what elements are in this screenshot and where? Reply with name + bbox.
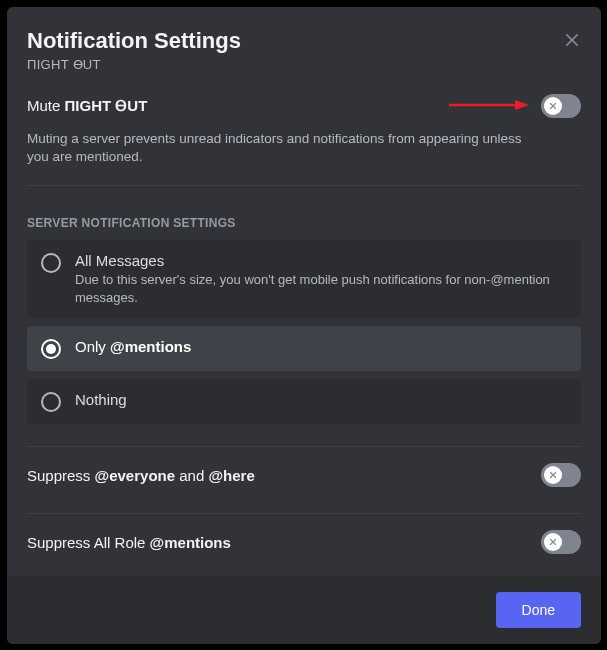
mute-toggle[interactable] — [541, 94, 581, 118]
suppress-everyone-toggle[interactable] — [541, 463, 581, 487]
radio-all-messages[interactable]: All Messages Due to this server's size, … — [27, 240, 581, 318]
radio-circle — [41, 339, 61, 359]
mute-label: Mute ПIGHT ӨUT — [27, 97, 147, 115]
radio-circle — [41, 253, 61, 273]
notification-level-radio-group: All Messages Due to this server's size, … — [27, 240, 581, 432]
mute-label-server: ПIGHT ӨUT — [65, 97, 148, 114]
done-button[interactable]: Done — [496, 592, 581, 628]
text: Only — [75, 338, 110, 355]
text: and — [175, 467, 208, 484]
toggle-knob — [544, 97, 562, 115]
toggle-off-icon — [547, 469, 559, 481]
radio-only-mentions[interactable]: Only @mentions — [27, 326, 581, 371]
radio-circle — [41, 392, 61, 412]
modal-content: Mute ПIGHT ӨUT Muting a server prevents … — [7, 84, 601, 577]
toggle-knob — [544, 533, 562, 551]
radio-only-label: Only @mentions — [75, 338, 567, 355]
radio-all-label: All Messages — [75, 252, 567, 269]
text: Suppress All Role — [27, 534, 150, 551]
mute-description: Muting a server prevents unread indicato… — [27, 130, 547, 168]
text-bold: @everyone — [95, 467, 176, 484]
radio-dot — [46, 344, 56, 354]
toggle-off-icon — [547, 536, 559, 548]
suppress-roles-label: Suppress All Role @mentions — [27, 534, 231, 551]
close-icon — [561, 29, 583, 51]
toggle-off-icon — [547, 100, 559, 112]
modal-header: Notification Settings ПIGHT ӨUT — [7, 7, 601, 84]
text-bold: @mentions — [110, 338, 191, 355]
suppress-everyone-label: Suppress @everyone and @here — [27, 467, 255, 484]
modal-subtitle: ПIGHT ӨUT — [27, 57, 581, 72]
text: Suppress — [27, 467, 95, 484]
mute-row: Mute ПIGHT ӨUT — [27, 84, 581, 126]
mute-label-prefix: Mute — [27, 97, 65, 114]
divider — [27, 185, 581, 186]
radio-nothing-label: Nothing — [75, 391, 567, 408]
text-bold: @mentions — [150, 534, 231, 551]
suppress-roles-row: Suppress All Role @mentions — [27, 514, 581, 568]
annotation-arrow-icon — [449, 98, 529, 112]
section-label: SERVER NOTIFICATION SETTINGS — [27, 216, 581, 230]
close-button[interactable] — [557, 25, 587, 55]
radio-all-desc: Due to this server's size, you won't get… — [75, 271, 567, 306]
suppress-roles-toggle[interactable] — [541, 530, 581, 554]
modal-title: Notification Settings — [27, 27, 581, 55]
notification-settings-modal: Notification Settings ПIGHT ӨUT Mute ПIG… — [7, 7, 601, 644]
svg-marker-1 — [515, 100, 529, 110]
suppress-everyone-row: Suppress @everyone and @here — [27, 447, 581, 501]
radio-nothing[interactable]: Nothing — [27, 379, 581, 424]
modal-footer: Done — [7, 576, 601, 644]
toggle-knob — [544, 466, 562, 484]
text-bold: @here — [208, 467, 254, 484]
